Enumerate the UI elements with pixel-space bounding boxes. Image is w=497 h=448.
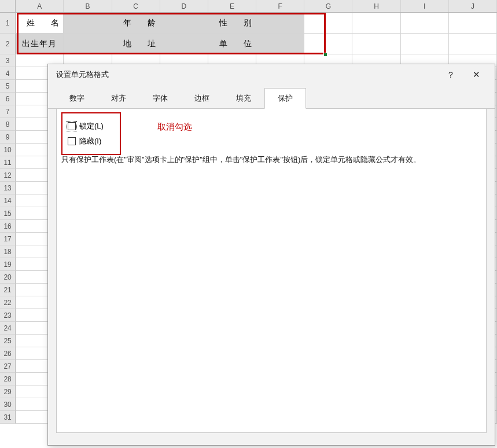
tab-font[interactable]: 字体: [139, 88, 181, 109]
cell-h2[interactable]: [352, 34, 400, 54]
hidden-checkbox-row[interactable]: 隐藏(I): [68, 134, 104, 149]
row-header[interactable]: 19: [0, 258, 16, 271]
tab-protection[interactable]: 保护: [264, 88, 306, 109]
row-header[interactable]: 22: [0, 296, 16, 309]
cell-c2[interactable]: 地 址: [112, 34, 160, 54]
dialog-close-button[interactable]: ✕: [463, 66, 489, 83]
format-cells-dialog: 设置单元格格式 ? ✕ 数字 对齐 字体 边框 填充 保护 锁定(L) 隐藏(I…: [47, 64, 495, 446]
tab-number[interactable]: 数字: [56, 88, 98, 109]
row-header[interactable]: 24: [0, 322, 16, 335]
cell-j2[interactable]: [449, 34, 497, 54]
cell-i1[interactable]: [401, 13, 449, 34]
col-header-d[interactable]: D: [160, 0, 208, 12]
row-header[interactable]: 28: [0, 373, 16, 385]
cell-b2[interactable]: [64, 34, 112, 54]
tab-border[interactable]: 边框: [181, 88, 223, 109]
protection-tab-body: 锁定(L) 隐藏(I) 取消勾选 只有保护工作表(在"审阅"选项卡上的"保护"组…: [56, 109, 487, 433]
cell-e1[interactable]: 性 别: [208, 13, 256, 34]
cell-e2[interactable]: 单 位: [208, 34, 256, 54]
row-header[interactable]: 1: [0, 13, 16, 34]
col-header-g[interactable]: G: [304, 0, 352, 12]
row-2: 2 出生年月 地 址 单 位: [0, 34, 497, 54]
annotation-text: 取消勾选: [157, 122, 192, 133]
cell-j1[interactable]: [449, 13, 497, 34]
lock-checkbox[interactable]: [68, 122, 76, 130]
row-header[interactable]: 25: [0, 335, 16, 347]
cell-b1[interactable]: [64, 13, 112, 34]
row-header[interactable]: 15: [0, 207, 16, 220]
cell-h1[interactable]: [352, 13, 400, 34]
column-headers: A B C D E F G H I J: [0, 0, 497, 13]
row-header[interactable]: 4: [0, 67, 16, 80]
row-header[interactable]: 11: [0, 156, 16, 169]
row-header[interactable]: 2: [0, 34, 16, 54]
row-header[interactable]: 7: [0, 105, 16, 118]
row-header[interactable]: 20: [0, 271, 16, 284]
row-header[interactable]: 8: [0, 118, 16, 131]
row-header[interactable]: 10: [0, 144, 16, 156]
row-header[interactable]: 17: [0, 233, 16, 245]
row-header[interactable]: 9: [0, 131, 16, 144]
row-header[interactable]: 30: [0, 398, 16, 411]
dialog-tabs: 数字 对齐 字体 边框 填充 保护: [48, 87, 495, 109]
hidden-checkbox-label: 隐藏(I): [79, 136, 101, 146]
cell-a2[interactable]: 出生年月: [16, 34, 64, 54]
cell-d1[interactable]: [160, 13, 208, 34]
dialog-help-button[interactable]: ?: [438, 66, 463, 83]
cell-f1[interactable]: [256, 13, 304, 34]
row-header[interactable]: 29: [0, 385, 16, 398]
row-header[interactable]: 21: [0, 284, 16, 296]
checkbox-annotation-box: 锁定(L) 隐藏(I): [61, 112, 121, 155]
col-header-a[interactable]: A: [16, 0, 64, 12]
dialog-title: 设置单元格格式: [54, 69, 109, 80]
row-header[interactable]: 13: [0, 182, 16, 194]
lock-checkbox-label: 锁定(L): [79, 121, 104, 131]
select-all-corner[interactable]: [0, 0, 16, 12]
lock-checkbox-row[interactable]: 锁定(L): [68, 119, 104, 134]
cell-f2[interactable]: [256, 34, 304, 54]
col-header-b[interactable]: B: [64, 0, 112, 12]
cell-g1[interactable]: [304, 13, 352, 34]
cell-d2[interactable]: [160, 34, 208, 54]
tab-alignment[interactable]: 对齐: [98, 88, 139, 109]
row-header[interactable]: 6: [0, 93, 16, 105]
tab-fill[interactable]: 填充: [223, 88, 264, 109]
row-header[interactable]: 5: [0, 80, 16, 93]
row-1: 1 姓 名 年 龄 性 别: [0, 13, 497, 34]
col-header-e[interactable]: E: [208, 0, 256, 12]
row-header[interactable]: 3: [0, 54, 16, 67]
row-header[interactable]: 31: [0, 411, 16, 424]
hidden-checkbox[interactable]: [68, 137, 76, 145]
cell-c1[interactable]: 年 龄: [112, 13, 160, 34]
cell-i2[interactable]: [401, 34, 449, 54]
row-header[interactable]: 23: [0, 309, 16, 322]
dialog-titlebar[interactable]: 设置单元格格式 ? ✕: [48, 64, 495, 85]
row-header[interactable]: 26: [0, 347, 16, 360]
col-header-f[interactable]: F: [256, 0, 304, 12]
cell-a1[interactable]: 姓 名: [16, 13, 64, 34]
row-header[interactable]: 16: [0, 220, 16, 233]
row-header[interactable]: 14: [0, 194, 16, 207]
col-header-j[interactable]: J: [449, 0, 497, 12]
row-header[interactable]: 18: [0, 245, 16, 258]
row-header[interactable]: 12: [0, 169, 16, 182]
col-header-i[interactable]: I: [401, 0, 449, 12]
col-header-h[interactable]: H: [352, 0, 400, 12]
row-header[interactable]: 27: [0, 360, 16, 373]
cell-g2[interactable]: [304, 34, 352, 54]
col-header-c[interactable]: C: [112, 0, 160, 12]
protection-info-text: 只有保护工作表(在"审阅"选项卡上的"保护"组中，单击"保护工作表"按钮)后，锁…: [61, 154, 481, 166]
